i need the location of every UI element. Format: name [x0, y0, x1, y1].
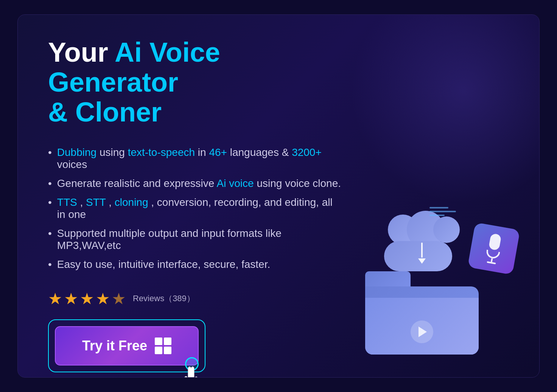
star-5-half: ★ — [112, 289, 126, 308]
feature-2-text2: using voice clone. — [257, 177, 341, 189]
star-1: ★ — [48, 289, 62, 308]
feature-1-text1: using — [100, 146, 128, 158]
reviews-row: ★ ★ ★ ★ ★ Reviews（389） — [48, 289, 343, 308]
star-rating: ★ ★ ★ ★ ★ — [48, 289, 126, 308]
content-left: Your Ai Voice Generator & Cloner Dubbing… — [48, 37, 343, 372]
headline-prefix: Your — [48, 37, 115, 67]
feature-item-2: Generate realistic and expressive Ai voi… — [48, 177, 343, 190]
headline-cloner: & Cloner — [48, 97, 343, 127]
mic-arc — [485, 249, 500, 259]
features-list: Dubbing using text-to-speech in 46+ lang… — [48, 146, 343, 271]
arrow-line — [421, 243, 423, 258]
folder-front — [365, 298, 479, 355]
feature-3-cloning: cloning — [115, 196, 148, 208]
feature-3-comma2: , — [109, 196, 115, 208]
folder-tab — [365, 271, 411, 286]
feature-3-comma1: , — [80, 196, 86, 208]
star-4: ★ — [96, 289, 110, 308]
download-arrow — [418, 243, 426, 264]
feature-item-5: Easy to use, intuitive interface, secure… — [48, 258, 343, 271]
feature-3-tts: TTS — [57, 196, 77, 208]
feature-1-text2: in — [198, 146, 209, 158]
feature-4-text: Supported multiple output and input form… — [57, 227, 343, 252]
mic-icon — [484, 233, 503, 264]
feature-1-tts: text-to-speech — [128, 146, 195, 158]
cloud-bump3 — [433, 216, 460, 243]
cta-wrapper: Try it Free — [48, 319, 205, 372]
main-container: Your Ai Voice Generator & Cloner Dubbing… — [17, 14, 540, 378]
feature-item-1: Dubbing using text-to-speech in 46+ lang… — [48, 146, 343, 171]
folder-illustration — [365, 271, 479, 355]
mic-stand — [484, 249, 500, 264]
arrow-head — [418, 258, 426, 264]
play-triangle-icon — [419, 327, 427, 337]
feature-1-3200: 3200+ — [292, 146, 322, 158]
wave-line-3 — [429, 215, 445, 216]
hand-cursor-icon — [180, 365, 203, 378]
feature-item-4: Supported multiple output and input form… — [48, 227, 343, 252]
illustration-area — [342, 203, 524, 362]
reviews-label: Reviews（389） — [133, 293, 195, 304]
sound-waves — [429, 207, 456, 216]
mic-pole — [491, 258, 493, 262]
headline: Your Ai Voice Generator & Cloner — [48, 37, 343, 128]
feature-1-46: 46+ — [209, 146, 227, 158]
wave-line-1 — [429, 207, 448, 208]
feature-1-text3: languages & — [230, 146, 292, 158]
feature-2-aivoice: Ai voice — [217, 177, 254, 189]
cta-button-text: Try it Free — [82, 338, 147, 354]
feature-1-text4: voices — [57, 159, 87, 170]
mic-card-illustration — [467, 222, 520, 275]
feature-2-text1: Generate realistic and expressive — [57, 177, 217, 189]
star-2: ★ — [64, 289, 78, 308]
play-button-folder — [411, 320, 433, 343]
feature-item-3: TTS , STT , cloning , conversion, record… — [48, 196, 343, 221]
mic-body — [489, 233, 502, 250]
star-3: ★ — [80, 289, 94, 308]
feature-5-text: Easy to use, intuitive interface, secure… — [57, 258, 270, 271]
windows-icon — [155, 338, 171, 354]
cloud-download-illustration — [380, 211, 464, 279]
cursor-hand — [177, 357, 207, 378]
feature-3-stt: STT — [86, 196, 106, 208]
feature-1-dubbing: Dubbing — [57, 146, 96, 158]
wave-line-2 — [429, 211, 456, 212]
